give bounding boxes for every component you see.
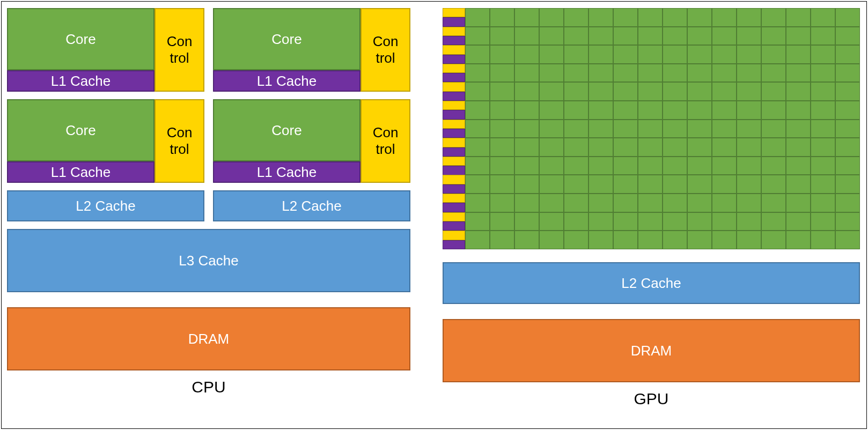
gpu-core-cell <box>712 157 737 175</box>
gpu-control-cell <box>443 138 465 147</box>
gpu-l1-cell <box>443 110 465 119</box>
gpu-core-cell <box>589 212 613 231</box>
gpu-core-cell <box>712 101 737 120</box>
gpu-core-cell <box>465 157 490 175</box>
gpu-core-cell <box>514 64 539 83</box>
control-label: Control <box>167 33 193 66</box>
cpu-core-row-2: Core L1 Cache Control Core L1 Cache Cont… <box>7 99 410 183</box>
gpu-core-row <box>465 138 860 157</box>
gpu-core-grid <box>443 8 860 249</box>
gpu-core-cell <box>835 8 860 27</box>
gpu-core-cell <box>465 8 490 27</box>
gpu-core-cell <box>786 120 811 138</box>
gpu-core-cell <box>539 64 564 83</box>
gpu-core-cell <box>835 212 860 231</box>
gpu-core-cell <box>835 101 860 120</box>
gpu-core-cell <box>490 157 514 175</box>
gpu-control-cell <box>443 82 465 91</box>
gpu-control-stripe <box>443 194 465 212</box>
gpu-core-cell <box>465 27 490 46</box>
gpu-control-cell <box>443 45 465 54</box>
gpu-core-cell <box>663 231 687 249</box>
gpu-core-cell <box>638 194 663 212</box>
gpu-core-cell <box>663 194 687 212</box>
gpu-core-cell <box>737 8 761 27</box>
gpu-core-cell <box>687 231 712 249</box>
l2-cache-block: L2 Cache <box>7 190 204 221</box>
gpu-core-cell <box>539 138 564 157</box>
gpu-core-cell <box>539 27 564 46</box>
gpu-core-cell <box>465 120 490 138</box>
gpu-core-cell <box>786 175 811 194</box>
gpu-core-cell <box>613 8 638 27</box>
core-block: Core <box>7 99 155 161</box>
gpu-core-cell <box>786 157 811 175</box>
gpu-core-cell <box>490 8 514 27</box>
gpu-core-cell <box>490 45 514 64</box>
gpu-core-cell <box>663 45 687 64</box>
gpu-l1-cell <box>443 129 465 138</box>
gpu-core-cell <box>589 82 613 101</box>
gpu-core-cell <box>539 212 564 231</box>
gpu-core-cell <box>811 194 835 212</box>
gpu-core-cell <box>465 64 490 83</box>
gpu-core-cell <box>589 231 613 249</box>
gpu-control-cell <box>443 27 465 36</box>
gpu-core-cell <box>490 82 514 101</box>
gpu-core-cell <box>663 157 687 175</box>
gpu-core-cell <box>589 101 613 120</box>
l2-cache-block: L2 Cache <box>213 190 410 221</box>
gpu-l1-cell <box>443 184 465 194</box>
control-block: Control <box>155 8 204 92</box>
gpu-core-cell <box>737 45 761 64</box>
gpu-core-cell <box>786 27 811 46</box>
gpu-core-cell <box>786 231 811 249</box>
gpu-core-cell <box>687 175 712 194</box>
gpu-core-cell <box>564 120 589 138</box>
gpu-core-cell <box>835 175 860 194</box>
gpu-core-cell <box>613 231 638 249</box>
gpu-core-cell <box>811 120 835 138</box>
gpu-core-cell <box>638 82 663 101</box>
gpu-core-cell <box>786 138 811 157</box>
gpu-core-cell <box>663 8 687 27</box>
gpu-core-cell <box>490 64 514 83</box>
gpu-control-cell <box>443 175 465 184</box>
cpu-core-unit: Core L1 Cache Control <box>7 99 204 183</box>
gpu-core-cell <box>638 231 663 249</box>
core-block: Core <box>7 8 155 70</box>
gpu-core-cell <box>465 45 490 64</box>
gpu-core-cell <box>465 101 490 120</box>
gpu-l1-cell <box>443 55 465 64</box>
gpu-core-cell <box>514 231 539 249</box>
gpu-row <box>443 175 860 194</box>
gpu-core-cell <box>761 45 786 64</box>
gpu-core-cell <box>712 231 737 249</box>
gpu-core-cell <box>663 212 687 231</box>
cpu-core-row-1: Core L1 Cache Control Core L1 Cache Cont… <box>7 8 410 92</box>
gpu-row <box>443 212 860 231</box>
gpu-control-stripe <box>443 101 465 120</box>
gpu-core-cell <box>835 157 860 175</box>
gpu-core-cell <box>761 212 786 231</box>
gpu-core-cell <box>811 82 835 101</box>
gpu-core-cell <box>712 138 737 157</box>
gpu-core-cell <box>514 157 539 175</box>
gpu-core-cell <box>514 120 539 138</box>
gpu-control-cell <box>443 231 465 240</box>
gpu-core-cell <box>712 8 737 27</box>
gpu-core-cell <box>761 101 786 120</box>
gpu-core-cell <box>564 157 589 175</box>
gpu-core-cell <box>786 194 811 212</box>
gpu-core-cell <box>589 64 613 83</box>
gpu-row <box>443 157 860 175</box>
gpu-core-cell <box>514 27 539 46</box>
gpu-core-cell <box>761 175 786 194</box>
gpu-core-cell <box>589 27 613 46</box>
gpu-core-cell <box>687 101 712 120</box>
gpu-core-cell <box>761 64 786 83</box>
gpu-core-cell <box>613 212 638 231</box>
gpu-title: GPU <box>443 390 860 408</box>
gpu-core-cell <box>564 138 589 157</box>
gpu-core-cell <box>712 194 737 212</box>
